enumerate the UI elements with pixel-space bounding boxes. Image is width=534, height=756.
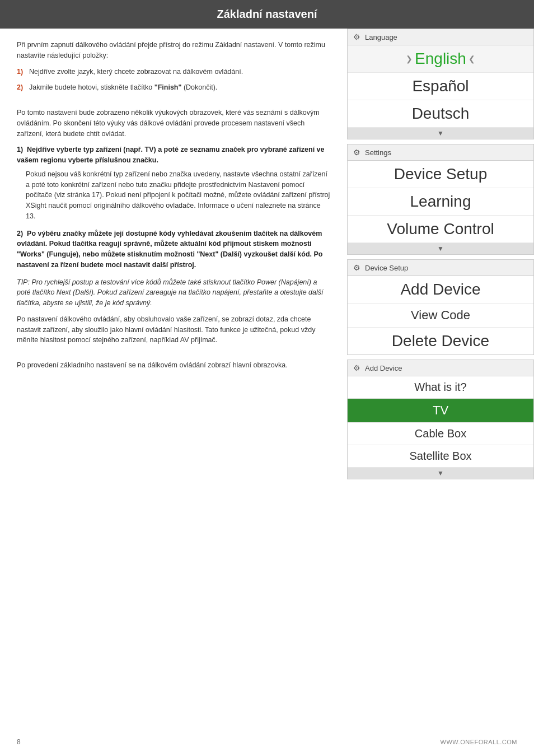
device-setup-panel-header: ⚙ Device Setup bbox=[348, 260, 533, 276]
step-1-para: Pokud nejsou váš konkrétní typ zařízení … bbox=[17, 169, 330, 222]
language-panel-title: Language bbox=[365, 33, 397, 41]
step-2-block: 2) Po výběru značky můžete její dostupné… bbox=[17, 228, 330, 270]
left-content: Při prvním zapnutí dálkového ovládání př… bbox=[0, 29, 347, 484]
language-panel: ⚙ Language English Español Deutsch ▼ bbox=[347, 29, 534, 139]
settings-panel: ⚙ Settings Device Setup Learning Volume … bbox=[347, 144, 534, 255]
right-sidebar: ⚙ Language English Español Deutsch ▼ ⚙ S… bbox=[347, 29, 534, 484]
outro-2-paragraph: Po provedení základního nastavení se na … bbox=[17, 360, 330, 371]
step-1-heading: 1) Nejdříve vyberte typ zařízení (např. … bbox=[17, 144, 330, 166]
settings-item-learning[interactable]: Learning bbox=[348, 188, 533, 216]
step-1-text: Nejdříve zvolte jazyk, který chcete zobr… bbox=[29, 67, 243, 77]
gear-icon-add-device: ⚙ bbox=[353, 363, 360, 372]
step-1-block: 1) Nejdříve vyberte typ zařízení (např. … bbox=[17, 144, 330, 221]
add-device-panel-title: Add Device bbox=[365, 364, 402, 372]
settings-panel-title: Settings bbox=[365, 148, 391, 157]
add-device-item-satellite-box[interactable]: Satellite Box bbox=[348, 445, 533, 468]
add-device-item-cable-box[interactable]: Cable Box bbox=[348, 423, 533, 445]
language-panel-header: ⚙ Language bbox=[348, 29, 533, 45]
language-item-english[interactable]: English bbox=[348, 45, 533, 73]
step-2-intro: 2) Jakmile budete hotovi, stiskněte tlač… bbox=[17, 82, 330, 93]
settings-item-device-setup[interactable]: Device Setup bbox=[348, 161, 533, 188]
gear-icon-language: ⚙ bbox=[353, 32, 360, 41]
settings-item-volume-control[interactable]: Volume Control bbox=[348, 216, 533, 243]
gear-icon-device-setup: ⚙ bbox=[353, 263, 360, 272]
add-device-panel: ⚙ Add Device What is it? TV Cable Box Sa… bbox=[347, 360, 534, 479]
settings-panel-arrow[interactable]: ▼ bbox=[348, 243, 533, 254]
step-2-num: 2) bbox=[17, 82, 29, 93]
add-device-panel-header: ⚙ Add Device bbox=[348, 360, 533, 376]
language-panel-arrow[interactable]: ▼ bbox=[348, 128, 533, 139]
step-1-intro: 1) Nejdříve zvolte jazyk, který chcete z… bbox=[17, 67, 330, 77]
add-device-item-what-is-it[interactable]: What is it? bbox=[348, 376, 533, 399]
page-title: Základní nastavení bbox=[217, 8, 317, 20]
website-url: WWW.ONEFORALL.COM bbox=[441, 739, 517, 745]
device-setup-item-delete[interactable]: Delete Device bbox=[348, 328, 533, 354]
settings-panel-header: ⚙ Settings bbox=[348, 144, 533, 161]
language-item-deutsch[interactable]: Deutsch bbox=[348, 100, 533, 128]
device-setup-panel: ⚙ Device Setup Add Device View Code Dele… bbox=[347, 259, 534, 355]
page-footer: 8 WWW.ONEFORALL.COM bbox=[17, 738, 517, 746]
middle-paragraph: Po tomto nastavení bude zobrazeno několi… bbox=[17, 108, 330, 139]
device-setup-panel-title: Device Setup bbox=[365, 264, 408, 272]
page-number: 8 bbox=[17, 738, 21, 746]
tip-paragraph: TIP: Pro rychlejší postup a testování ví… bbox=[17, 277, 330, 309]
page-header: Základní nastavení bbox=[0, 0, 534, 29]
gear-icon-settings: ⚙ bbox=[353, 148, 360, 157]
device-setup-item-add[interactable]: Add Device bbox=[348, 276, 533, 304]
outro-1-paragraph: Po nastavení dálkového ovládání, aby obs… bbox=[17, 314, 330, 346]
language-item-espanol[interactable]: Español bbox=[348, 73, 533, 100]
intro-paragraph: Při prvním zapnutí dálkového ovládání př… bbox=[17, 40, 330, 61]
add-device-panel-arrow[interactable]: ▼ bbox=[348, 468, 533, 479]
main-layout: Při prvním zapnutí dálkového ovládání př… bbox=[0, 29, 534, 484]
device-setup-item-view-code[interactable]: View Code bbox=[348, 304, 533, 328]
step-2-heading: 2) Po výběru značky můžete její dostupné… bbox=[17, 228, 330, 270]
add-device-item-tv[interactable]: TV bbox=[348, 399, 533, 423]
step-2-text: Jakmile budete hotovi, stiskněte tlačítk… bbox=[29, 82, 217, 93]
step-1-num: 1) bbox=[17, 67, 29, 77]
